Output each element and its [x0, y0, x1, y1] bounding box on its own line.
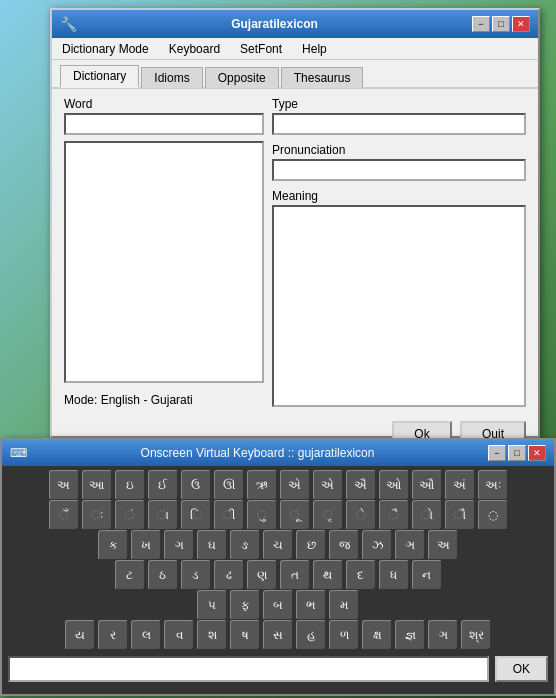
key-bha[interactable]: ભ — [296, 590, 326, 620]
key-ka[interactable]: ક — [98, 530, 128, 560]
key-lla[interactable]: ળ — [329, 620, 359, 650]
meaning-field-group: Meaning — [272, 189, 526, 407]
menu-help[interactable]: Help — [296, 40, 333, 58]
key-va[interactable]: વ — [164, 620, 194, 650]
key-u-matra[interactable]: ુ — [247, 500, 277, 530]
key-au[interactable]: ઔ — [412, 470, 442, 500]
key-i-matra[interactable]: િ — [181, 500, 211, 530]
key-ai-matra[interactable]: ૈ — [379, 500, 409, 530]
key-gya[interactable]: જ્ઞ — [395, 620, 425, 650]
key-chha[interactable]: છ — [296, 530, 326, 560]
key-sa[interactable]: સ — [263, 620, 293, 650]
key-ii[interactable]: ઈ — [148, 470, 178, 500]
key-ga[interactable]: ગ — [164, 530, 194, 560]
maximize-button[interactable]: □ — [492, 16, 510, 32]
key-am[interactable]: અં — [445, 470, 475, 500]
type-input[interactable] — [272, 113, 526, 135]
meaning-label: Meaning — [272, 189, 526, 203]
key-pa[interactable]: પ — [197, 590, 227, 620]
key-e2[interactable]: એ — [313, 470, 343, 500]
key-i[interactable]: ઇ — [115, 470, 145, 500]
meaning-input[interactable] — [272, 205, 526, 407]
type-label: Type — [272, 97, 526, 111]
key-pha[interactable]: ફ — [230, 590, 260, 620]
key-ai[interactable]: ઐ — [346, 470, 376, 500]
key-ta[interactable]: ત — [280, 560, 310, 590]
key-ah[interactable]: અઃ — [478, 470, 508, 500]
word-input[interactable] — [64, 113, 264, 135]
keyboard-icon: ⌨ — [10, 446, 27, 460]
key-ksha[interactable]: ક્ષ — [362, 620, 392, 650]
key-na[interactable]: ન — [412, 560, 442, 590]
key-ra[interactable]: ર — [98, 620, 128, 650]
key-ya[interactable]: ય — [65, 620, 95, 650]
key-visarg[interactable]: ઃ — [82, 500, 112, 530]
tab-dictionary[interactable]: Dictionary — [60, 65, 139, 88]
key-anusvar[interactable]: ઁ — [49, 500, 79, 530]
tab-thesaurus[interactable]: Thesaurus — [281, 67, 364, 88]
pronunciation-field-group: Pronunciation — [272, 143, 526, 181]
key-da[interactable]: દ — [346, 560, 376, 590]
key-uu-matra[interactable]: ૂ — [280, 500, 310, 530]
content-area: Word Mode: English - Gujarati Type Pronu… — [52, 89, 538, 415]
key-sha[interactable]: શ — [197, 620, 227, 650]
key-nya[interactable]: ઞ — [395, 530, 425, 560]
keyboard-title-controls: − □ ✕ — [488, 445, 546, 461]
key-nga[interactable]: ઙ — [230, 530, 260, 560]
key-tha-retro[interactable]: ઠ — [148, 560, 178, 590]
key-e[interactable]: એ — [280, 470, 310, 500]
close-button[interactable]: ✕ — [512, 16, 530, 32]
key-cha[interactable]: ચ — [263, 530, 293, 560]
key-uu[interactable]: ઊ — [214, 470, 244, 500]
key-la[interactable]: લ — [131, 620, 161, 650]
keyboard-maximize-button[interactable]: □ — [508, 445, 526, 461]
key-o[interactable]: ઓ — [379, 470, 409, 500]
word-content-area[interactable] — [64, 141, 264, 383]
tab-idioms[interactable]: Idioms — [141, 67, 202, 88]
pronunciation-input[interactable] — [272, 159, 526, 181]
keyboard-window: ⌨ Onscreen Virtual Keyboard :: gujaratil… — [0, 438, 556, 696]
key-aa-matra[interactable]: ા — [148, 500, 178, 530]
key-shra[interactable]: શ્ર — [461, 620, 491, 650]
menu-keyboard[interactable]: Keyboard — [163, 40, 226, 58]
key-da-retro[interactable]: ડ — [181, 560, 211, 590]
key-tha[interactable]: થ — [313, 560, 343, 590]
keyboard-close-button[interactable]: ✕ — [528, 445, 546, 461]
menu-dictionary-mode[interactable]: Dictionary Mode — [56, 40, 155, 58]
tab-opposite[interactable]: Opposite — [205, 67, 279, 88]
key-u[interactable]: ઉ — [181, 470, 211, 500]
key-ta-retro[interactable]: ટ — [115, 560, 145, 590]
key-au-matra[interactable]: ૌ — [445, 500, 475, 530]
key-ma[interactable]: મ — [329, 590, 359, 620]
key-jha[interactable]: ઝ — [362, 530, 392, 560]
left-panel: Word Mode: English - Gujarati — [64, 97, 264, 407]
key-ha[interactable]: હ — [296, 620, 326, 650]
minimize-button[interactable]: − — [472, 16, 490, 32]
key-o-matra[interactable]: ો — [412, 500, 442, 530]
key-ssa[interactable]: ષ — [230, 620, 260, 650]
key-halant[interactable]: અ — [428, 530, 458, 560]
key-e-matra[interactable]: ે — [346, 500, 376, 530]
key-gha[interactable]: ઘ — [197, 530, 227, 560]
window-title: Gujaratilexicon — [77, 17, 472, 31]
key-ja[interactable]: જ — [329, 530, 359, 560]
menu-setfont[interactable]: SetFont — [234, 40, 288, 58]
key-a[interactable]: અ — [49, 470, 79, 500]
key-ru-matra[interactable]: ૃ — [313, 500, 343, 530]
key-dha-retro[interactable]: ઢ — [214, 560, 244, 590]
keyboard-minimize-button[interactable]: − — [488, 445, 506, 461]
key-kha[interactable]: ખ — [131, 530, 161, 560]
right-panel: Type Pronunciation Meaning — [272, 97, 526, 407]
key-aa[interactable]: આ — [82, 470, 112, 500]
key-na-retro[interactable]: ણ — [247, 560, 277, 590]
key-nya2[interactable]: ઞ — [428, 620, 458, 650]
key-ii-matra[interactable]: ી — [214, 500, 244, 530]
key-ru[interactable]: ઋ — [247, 470, 277, 500]
title-bar-controls: − □ ✕ — [472, 16, 530, 32]
key-special[interactable]: ◌ — [478, 500, 508, 530]
keyboard-ok-button[interactable]: OK — [495, 656, 548, 682]
keyboard-text-input[interactable] — [8, 656, 489, 682]
key-dha[interactable]: ધ — [379, 560, 409, 590]
key-ba[interactable]: બ — [263, 590, 293, 620]
key-anusvara2[interactable]: ં — [115, 500, 145, 530]
